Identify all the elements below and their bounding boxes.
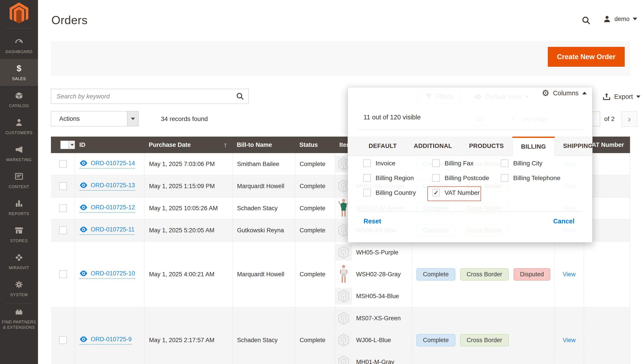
row-checkbox[interactable] (59, 270, 67, 278)
order-link[interactable]: ORD-010725-9 (80, 336, 132, 344)
checkbox-unchecked[interactable] (363, 174, 371, 182)
panel-divider (358, 211, 582, 212)
user-menu[interactable]: demo (603, 15, 637, 23)
export-icon (602, 92, 611, 101)
cell-select (51, 307, 75, 364)
sidebar-item-sales[interactable]: $SALES (0, 59, 38, 86)
product-placeholder-icon (335, 288, 352, 304)
product-placeholder-icon (335, 310, 352, 326)
checkbox-unchecked[interactable] (432, 160, 440, 167)
marketing-icon (14, 144, 24, 154)
column-header-status[interactable]: Status (295, 136, 335, 153)
row-checkbox[interactable] (59, 226, 67, 234)
cell-bill-to-name: Smitham Bailee (232, 153, 295, 175)
column-option-label: Billing Fax (445, 160, 473, 167)
checkbox-unchecked[interactable] (501, 174, 508, 182)
order-link[interactable]: ORD-010725-14 (80, 160, 135, 168)
records-found: 34 records found (161, 116, 208, 122)
sidebar-item-dashboard[interactable]: DASHBOARD (0, 32, 38, 59)
sidebar-item-stores[interactable]: STORES (0, 221, 38, 248)
checkbox-unchecked[interactable] (363, 160, 371, 167)
row-checkbox[interactable] (59, 336, 67, 344)
sidebar-item-reports[interactable]: REPORTS (0, 194, 38, 221)
product-placeholder-icon (335, 354, 352, 364)
magento-logo[interactable] (0, 0, 38, 27)
reports-icon (14, 199, 24, 208)
cell-purchase-date: May 1, 2025 1:15:09 PM (144, 175, 232, 197)
sidebar-item-find[interactable]: FIND PARTNERS & EXTENSIONS (0, 305, 38, 332)
reset-link[interactable]: Reset (364, 218, 381, 225)
column-option-billing-city[interactable]: Billing City (501, 160, 542, 167)
row-checkbox[interactable] (59, 204, 67, 212)
sidebar-item-label: CUSTOMERS (5, 130, 33, 136)
vat-number-highlight-box (427, 186, 481, 201)
actions-dropdown-arrow[interactable] (127, 111, 138, 126)
search-icon[interactable] (236, 92, 245, 101)
columns-button[interactable]: ⚙ Columns (542, 89, 587, 97)
sidebar-item-system[interactable]: SYSTEM (0, 275, 38, 302)
sidebar-item-customers[interactable]: CUSTOMERS (0, 113, 38, 140)
checkbox-unchecked[interactable] (432, 174, 440, 182)
sidebar-item-catalog[interactable]: CATALOG (0, 86, 38, 113)
create-new-order-button[interactable]: Create New Order (548, 47, 625, 67)
column-option-billing-telephone[interactable]: Billing Telephone (501, 174, 560, 182)
checkbox-unchecked[interactable] (363, 189, 371, 196)
tab-shipping[interactable]: SHIPPING (555, 136, 601, 156)
column-option-billing-fax[interactable]: Billing Fax (432, 160, 473, 167)
checkbox-unchecked[interactable] (501, 160, 508, 167)
order-link[interactable]: ORD-010725-10 (80, 270, 135, 279)
column-header-id[interactable]: ID (75, 136, 144, 153)
cell-purchase-date: May 1, 2025 4:00:21 AM (144, 242, 232, 307)
page-actions-band (51, 41, 630, 75)
gear-icon: ⚙ (542, 89, 549, 97)
column-header-purchase-date[interactable]: Purchase Date↑ (144, 136, 232, 153)
search-input[interactable] (51, 89, 249, 104)
row-checkbox[interactable] (59, 182, 67, 190)
sidebar-item-mirasvit[interactable]: MIRASVIT (0, 248, 38, 275)
keyword-search (51, 89, 249, 104)
cell-select (51, 197, 75, 219)
status-badge: Disputed (514, 268, 550, 280)
item-sku: MS07-XS-Green (356, 315, 401, 322)
global-search-icon[interactable] (581, 16, 591, 26)
view-link[interactable]: View (563, 271, 575, 278)
sidebar-item-label: SALES (12, 76, 26, 82)
column-option-label: Billing Telephone (513, 174, 560, 182)
actions-select[interactable]: Actions (51, 111, 139, 126)
column-header-bill-to-name[interactable]: Bill-to Name (232, 136, 295, 153)
order-link[interactable]: ORD-010725-13 (80, 182, 135, 190)
order-link[interactable]: ORD-010725-12 (80, 204, 135, 213)
admin-sidebar: DASHBOARD$SALESCATALOGCUSTOMERSMARKETING… (0, 0, 38, 364)
cell-vat-number (584, 242, 630, 307)
tab-additional[interactable]: ADDITIONAL (405, 136, 460, 156)
view-link[interactable]: View (563, 337, 575, 344)
export-button[interactable]: Export (602, 91, 640, 102)
sidebar-item-content[interactable]: CONTENT (0, 167, 38, 194)
tab-products[interactable]: PRODUCTS (460, 136, 512, 156)
order-item: MSH05-34-Blue (335, 285, 412, 307)
cell-select (51, 175, 75, 197)
item-sku: WH05-S-Purple (356, 249, 398, 256)
sidebar-item-marketing[interactable]: MARKETING (0, 140, 38, 167)
tab-default[interactable]: DEFAULT (360, 136, 405, 156)
sidebar-item-label: SYSTEM (10, 292, 28, 298)
cell-purchase-date: May 1, 2025 2:17:57 AM (144, 307, 232, 364)
cell-tags: CompleteCross BorderDisputed (412, 242, 554, 307)
product-photo (335, 264, 352, 285)
column-option-billing-region[interactable]: Billing Region (363, 174, 414, 182)
cancel-link[interactable]: Cancel (553, 218, 574, 225)
cell-purchase-date: May 1, 2025 10:05:26 AM (144, 197, 232, 219)
order-link[interactable]: ORD-010725-11 (80, 226, 135, 235)
column-option-billing-postcode[interactable]: Billing Postcode (432, 174, 489, 182)
column-option-billing-country[interactable]: Billing Country (363, 189, 416, 196)
next-page-button[interactable]: › (621, 111, 637, 127)
column-option-invoice[interactable]: Invoice (363, 160, 396, 167)
row-checkbox[interactable] (59, 160, 67, 168)
tab-billing[interactable]: BILLING (512, 136, 555, 156)
sort-asc-icon: ↑ (224, 141, 227, 149)
user-avatar-icon (603, 15, 611, 23)
actions-label: Actions (51, 111, 127, 126)
mass-select-checkbox[interactable] (60, 140, 75, 149)
column-header-select[interactable] (51, 136, 75, 153)
order-item: MS07-XS-Green (335, 307, 412, 329)
